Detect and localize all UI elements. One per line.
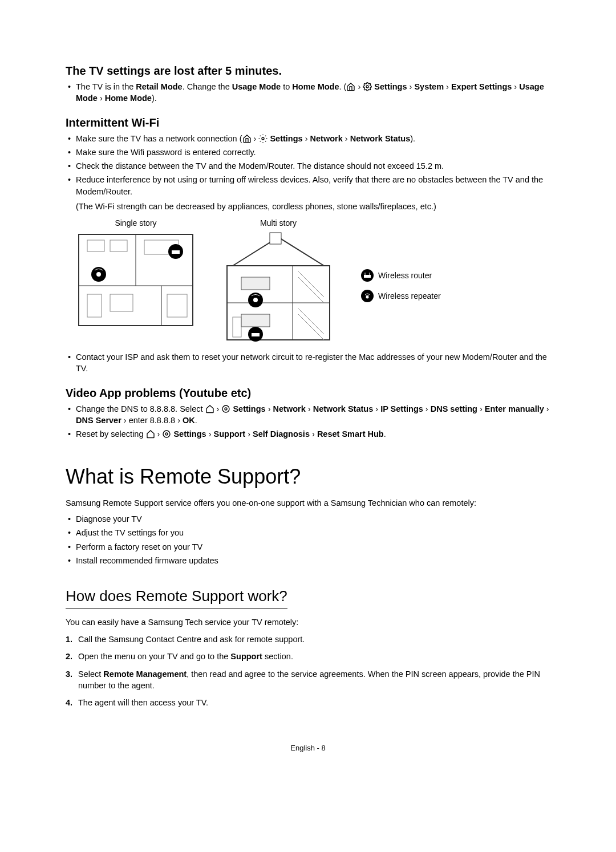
gear-icon <box>258 134 268 143</box>
home-icon <box>242 134 252 143</box>
intro-how-works: You can easily have a Samsung Tech servi… <box>66 616 550 628</box>
router-icon <box>361 269 374 282</box>
list-item: Reduce interference by not using or turn… <box>66 174 550 212</box>
list-item: Diagnose your TV <box>66 513 550 525</box>
list-item: Change the DNS to 8.8.8.8. Select › Sett… <box>66 403 550 427</box>
bullets-video: Change the DNS to 8.8.8.8. Select › Sett… <box>66 403 550 440</box>
list-item: Install recommended firmware updates <box>66 555 550 566</box>
list-item: Reset by selecting › Settings › Support … <box>66 428 550 440</box>
separator: › <box>446 82 449 91</box>
text: section. <box>262 652 293 661</box>
text: Make sure the TV has a network connectio… <box>76 134 242 143</box>
home-icon <box>205 404 214 413</box>
nav-text: Self Diagnosis <box>253 429 310 439</box>
text: Change the DNS to 8.8.8.8. Select <box>76 404 205 413</box>
svg-point-0 <box>366 86 368 88</box>
svg-point-1 <box>262 137 264 140</box>
heading-wifi: Intermittent Wi-Fi <box>66 115 550 131</box>
separator: › <box>375 404 378 413</box>
legend-repeater: Wireless repeater <box>361 290 441 302</box>
floorplan-single-icon <box>76 232 196 328</box>
home-icon <box>146 429 155 439</box>
svg-point-29 <box>253 298 258 302</box>
home-icon <box>346 82 355 91</box>
gear-icon <box>363 82 372 91</box>
diagram-single-story: Single story <box>76 218 196 328</box>
section-intermittent-wifi: Intermittent Wi-Fi Make sure the TV has … <box>66 115 550 375</box>
separator: › <box>177 416 180 425</box>
note-text: (The Wi-Fi strength can be decreased by … <box>76 201 550 212</box>
svg-point-35 <box>366 296 369 299</box>
intro-remote-support: Samsung Remote Support service offers yo… <box>66 497 550 509</box>
heading-settings-lost: The TV settings are lost after 5 minutes… <box>66 63 550 79</box>
nav-text: Network <box>310 134 343 143</box>
text: Reduce interference by not using or turn… <box>76 175 543 196</box>
heading-video: Video App problems (Youtube etc) <box>66 385 550 401</box>
bold-text: Support <box>230 652 262 661</box>
nav-text: IP Settings <box>380 404 423 413</box>
diagram-row: Single story <box>76 218 550 346</box>
nav-text: Home Mode <box>105 94 152 103</box>
bullets-settings-lost: The TV is in the Retail Mode. Change the… <box>66 81 550 104</box>
svg-point-38 <box>165 433 168 435</box>
bullets-wifi-2: Contact your ISP and ask them to reset y… <box>66 351 550 375</box>
list-item: Make sure the TV has a network connectio… <box>66 133 550 144</box>
separator: › <box>217 404 220 413</box>
legend: Wireless router Wireless repeater <box>361 269 441 302</box>
bold-text: Home Mode <box>292 82 339 91</box>
list-item: Make sure the Wifi password is entered c… <box>66 147 550 158</box>
text: ). <box>152 94 157 103</box>
svg-rect-22 <box>241 314 270 327</box>
separator: › <box>305 134 308 143</box>
legend-label: Wireless router <box>378 270 432 282</box>
svg-rect-21 <box>241 277 270 290</box>
separator: › <box>345 134 348 143</box>
nav-text: Support <box>214 429 246 439</box>
nav-text: Settings <box>173 429 206 439</box>
text: to <box>281 82 292 91</box>
list-item: The TV is in the Retail Mode. Change the… <box>66 81 550 104</box>
separator: › <box>358 82 360 91</box>
separator: › <box>514 82 517 91</box>
nav-text: Reset Smart Hub <box>317 429 384 439</box>
text: enter 8.8.8.8 <box>127 416 177 425</box>
heading-remote-support: What is Remote Support? <box>66 462 550 491</box>
bullets-remote: Diagnose your TV Adjust the TV settings … <box>66 513 550 566</box>
list-item: Perform a factory reset on your TV <box>66 541 550 553</box>
floorplan-multi-icon <box>213 232 344 346</box>
list-item: Open the menu on your TV and go to the S… <box>66 651 550 662</box>
bullets-wifi: Make sure the TV has a network connectio… <box>66 133 550 213</box>
manual-page: The TV settings are lost after 5 minutes… <box>0 0 616 788</box>
nav-text: Enter manually <box>485 404 544 413</box>
legend-label: Wireless repeater <box>378 291 441 302</box>
svg-point-15 <box>96 272 101 277</box>
nav-text: Expert Settings <box>451 82 512 91</box>
separator: › <box>425 404 428 413</box>
section-video-app: Video App problems (Youtube etc) Change … <box>66 385 550 440</box>
gear-icon <box>221 404 230 413</box>
diagram-label: Single story <box>115 218 156 229</box>
svg-point-37 <box>222 405 229 412</box>
nav-text: Settings <box>374 82 407 91</box>
list-item: Check the distance between the TV and th… <box>66 160 550 172</box>
separator: › <box>248 429 250 439</box>
text: Select <box>78 670 103 679</box>
nav-text: Settings <box>233 404 265 413</box>
svg-rect-17 <box>270 233 281 244</box>
separator: › <box>268 404 271 413</box>
separator: › <box>254 134 257 143</box>
page-footer: English - 8 <box>66 743 550 753</box>
list-item: Select Remote Management, then read and … <box>66 668 550 692</box>
text: Reset by selecting <box>76 429 146 439</box>
diagram-label: Multi story <box>260 218 297 229</box>
list-item: Contact your ISP and ask them to reset y… <box>66 351 550 375</box>
svg-rect-31 <box>252 333 260 336</box>
separator: › <box>308 404 311 413</box>
separator: › <box>157 429 160 439</box>
nav-text: Network Status <box>350 134 411 143</box>
nav-text: Network Status <box>313 404 374 413</box>
legend-router: Wireless router <box>361 269 441 282</box>
repeater-icon <box>361 290 374 302</box>
svg-rect-13 <box>172 250 180 254</box>
nav-text: OK <box>183 416 195 425</box>
